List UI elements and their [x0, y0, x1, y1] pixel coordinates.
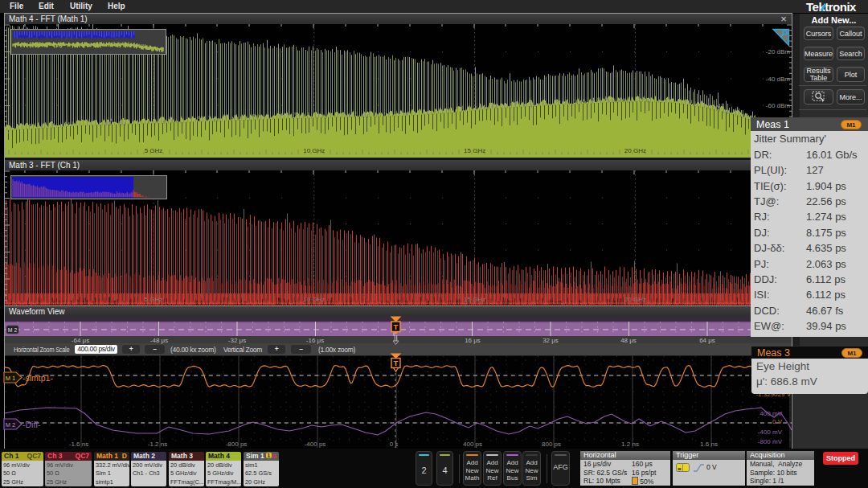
svg-text:10 GHz: 10 GHz [303, 147, 325, 154]
svg-text:M 2: M 2 [6, 421, 16, 429]
svg-text:20 GHz: 20 GHz [624, 147, 646, 154]
svg-text:M 2: M 2 [8, 327, 18, 333]
svg-text:5 GHz: 5 GHz [145, 296, 163, 303]
svg-text:T: T [394, 322, 399, 331]
svg-text:15 GHz: 15 GHz [464, 296, 485, 303]
svg-text:M 1: M 1 [6, 375, 16, 382]
svg-text:20 GHz: 20 GHz [624, 296, 646, 303]
svg-text:T: T [394, 359, 399, 367]
svg-text:5 GHz: 5 GHz [145, 147, 163, 154]
svg-text:15 GHz: 15 GHz [464, 147, 485, 154]
svg-text:10 GHz: 10 GHz [303, 296, 325, 303]
